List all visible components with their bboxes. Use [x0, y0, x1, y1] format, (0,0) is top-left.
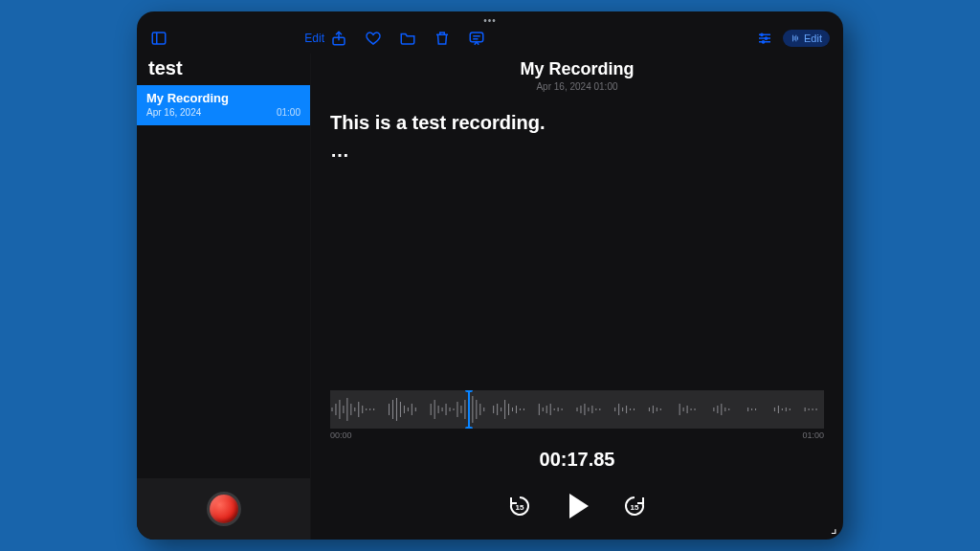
recording-list-item[interactable]: My Recording Apr 16, 2024 01:00 [137, 85, 310, 125]
playback-controls: 15 15 [311, 494, 843, 518]
waveform-start-time: 00:00 [330, 430, 352, 440]
favorite-heart-icon[interactable] [365, 30, 382, 47]
svg-rect-0 [152, 33, 166, 44]
recording-subtitle: Apr 16, 2024 01:00 [330, 81, 824, 92]
record-button[interactable] [207, 492, 241, 526]
svg-point-9 [761, 33, 763, 35]
options-icon[interactable] [756, 30, 773, 47]
sidebar-title: test [137, 54, 310, 85]
content-area: test My Recording Apr 16, 2024 01:00 My … [137, 54, 843, 540]
transcript-text: This is a test recording. [330, 109, 824, 136]
svg-point-11 [762, 41, 764, 43]
detail-pane: My Recording Apr 16, 2024 01:00 This is … [311, 54, 843, 540]
waveform-track[interactable] [330, 390, 824, 429]
transcript-ellipsis: … [330, 140, 824, 162]
recording-title: My Recording [330, 59, 824, 79]
waveform-area: 00:00 01:00 [330, 390, 824, 432]
trash-icon[interactable] [434, 30, 451, 47]
toolbar: Edit Edit [137, 27, 843, 50]
sidebar: test My Recording Apr 16, 2024 01:00 [137, 54, 311, 540]
edit-button-right-label: Edit [804, 33, 822, 44]
skip-forward-button[interactable]: 15 [623, 495, 646, 518]
window-handle-dots: ••• [483, 15, 497, 26]
svg-rect-3 [470, 33, 483, 42]
skip-forward-label: 15 [631, 503, 639, 512]
skip-back-button[interactable]: 15 [508, 495, 531, 518]
recording-item-length: 01:00 [277, 107, 301, 118]
folder-icon[interactable] [399, 30, 416, 47]
waveform-playhead[interactable] [468, 390, 470, 429]
waveform-end-time: 01:00 [802, 430, 824, 440]
share-icon[interactable] [330, 30, 347, 47]
current-time: 00:17.85 [311, 449, 843, 471]
waveform-icon [330, 390, 824, 429]
recording-item-title: My Recording [146, 91, 301, 105]
sidebar-toggle-icon[interactable] [150, 30, 167, 47]
record-button-area [137, 478, 310, 540]
svg-point-10 [765, 37, 767, 39]
app-window: ••• Edit [137, 11, 843, 540]
skip-back-label: 15 [516, 503, 524, 512]
transcript-bubble-icon[interactable] [468, 30, 485, 47]
waveform-time-labels: 00:00 01:00 [330, 430, 824, 440]
edit-button-right[interactable]: Edit [783, 30, 830, 47]
edit-button-left[interactable]: Edit [304, 32, 324, 45]
resize-corner-icon[interactable]: ⌟ [831, 520, 837, 536]
play-button[interactable] [569, 494, 589, 518]
